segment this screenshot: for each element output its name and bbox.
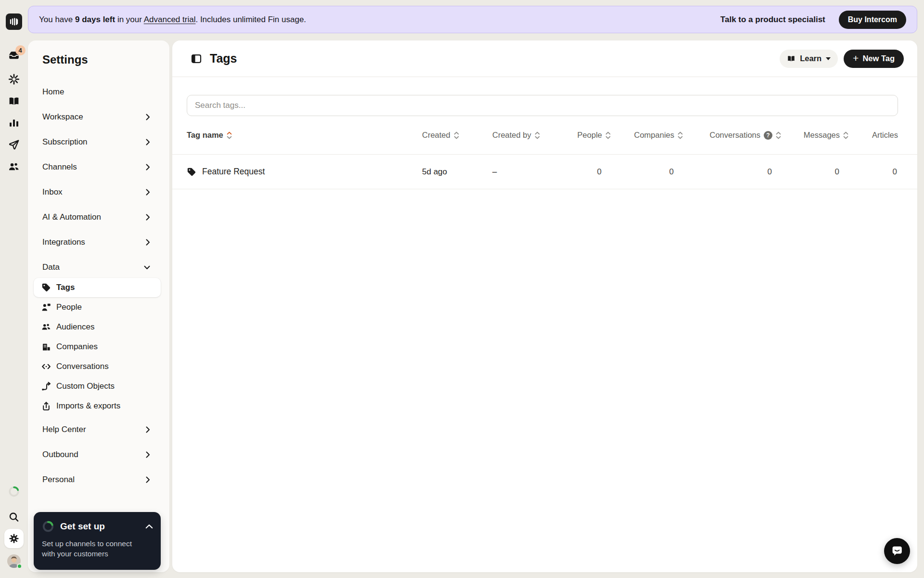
sidebar-item-conversations[interactable]: Conversations xyxy=(34,357,161,376)
sidebar-item-ai-automation[interactable]: AI & Automation xyxy=(34,208,161,227)
sidebar-item-imports-exports[interactable]: Imports & exports xyxy=(34,396,161,416)
page-title: Tags xyxy=(210,52,237,66)
contacts-nav-button[interactable] xyxy=(8,161,20,173)
search-icon xyxy=(8,511,20,523)
app-icon-rail: 4 xyxy=(0,0,27,578)
building-icon xyxy=(41,342,51,352)
outbound-nav-button[interactable] xyxy=(8,139,20,151)
sidebar-item-workspace[interactable]: Workspace xyxy=(34,107,161,127)
column-header-articles[interactable]: Articles xyxy=(848,131,898,140)
advanced-trial-link[interactable]: Advanced trial xyxy=(144,15,196,24)
bar-chart-icon xyxy=(8,117,20,129)
sidebar-item-integrations[interactable]: Integrations xyxy=(34,233,161,252)
cell-created-by: – xyxy=(492,167,553,177)
knowledge-nav-button[interactable] xyxy=(8,95,20,107)
sort-icon xyxy=(535,131,540,139)
column-header-conversations[interactable]: Conversations ? xyxy=(683,131,781,140)
setup-progress-icon xyxy=(42,520,54,533)
column-header-companies[interactable]: Companies xyxy=(611,131,683,140)
sort-icon xyxy=(454,131,459,139)
table-row[interactable]: Feature Request 5d ago – 0 0 0 0 0 xyxy=(172,155,917,189)
fin-ai-nav-button[interactable] xyxy=(8,73,20,85)
chevron-right-icon xyxy=(146,164,150,171)
sidebar-item-inbox[interactable]: Inbox xyxy=(34,183,161,202)
sidebar-item-channels[interactable]: Channels xyxy=(34,158,161,177)
setup-progress-button[interactable] xyxy=(8,486,20,498)
custom-objects-icon xyxy=(41,381,51,391)
inbox-badge: 4 xyxy=(15,45,26,55)
sidebar-item-audiences[interactable]: Audiences xyxy=(34,317,161,337)
nav-spacer xyxy=(34,416,161,420)
chevron-up-icon[interactable] xyxy=(145,524,153,529)
chevron-right-icon xyxy=(146,239,150,246)
chevron-right-icon xyxy=(146,451,150,458)
sidebar-item-personal[interactable]: Personal xyxy=(34,470,161,489)
sort-icon xyxy=(678,131,683,139)
book-icon xyxy=(8,95,20,107)
tag-name: Feature Request xyxy=(202,167,265,177)
cell-people: 0 xyxy=(553,167,611,177)
sidebar-item-tags[interactable]: Tags xyxy=(34,278,161,297)
sidebar-item-help-center[interactable]: Help Center xyxy=(34,420,161,439)
sort-icon xyxy=(843,131,848,139)
account-avatar[interactable] xyxy=(7,554,21,568)
paper-plane-icon xyxy=(8,139,20,151)
tags-header: Tags Learn + New Tag xyxy=(172,40,917,77)
sort-icon xyxy=(776,131,781,139)
book-icon xyxy=(787,54,796,63)
sidebar-item-people[interactable]: People xyxy=(34,298,161,317)
person-card-icon xyxy=(41,302,51,312)
column-header-created-by[interactable]: Created by xyxy=(492,131,553,140)
learn-button[interactable]: Learn xyxy=(780,50,838,68)
sidebar-title: Settings xyxy=(42,50,169,69)
help-icon[interactable]: ? xyxy=(764,131,772,140)
intercom-logo[interactable] xyxy=(6,13,22,30)
sidebar-item-outbound[interactable]: Outbound xyxy=(34,445,161,464)
people-icon xyxy=(8,161,20,173)
conversations-icon xyxy=(41,362,51,371)
chevron-right-icon xyxy=(146,189,150,196)
get-set-up-card[interactable]: Get set up Set up channels to connect wi… xyxy=(34,512,161,570)
sort-icon-active xyxy=(227,131,232,139)
tag-icon xyxy=(41,283,51,292)
settings-nav-button[interactable] xyxy=(4,529,24,548)
chevron-right-icon xyxy=(146,139,150,145)
cell-conversations: 0 xyxy=(683,167,781,177)
trial-text: You have 9 days left in your Advanced tr… xyxy=(39,15,306,25)
audiences-icon xyxy=(41,322,51,332)
chevron-right-icon xyxy=(146,114,150,120)
online-status-dot xyxy=(17,564,22,569)
get-set-up-title: Get set up xyxy=(60,521,140,532)
cell-articles: 0 xyxy=(848,167,898,177)
search-tags-input[interactable] xyxy=(187,95,898,116)
search-nav-button[interactable] xyxy=(8,511,20,523)
inbox-nav-button[interactable]: 4 xyxy=(8,50,20,62)
sidebar-item-custom-objects[interactable]: Custom Objects xyxy=(34,377,161,396)
column-header-tag-name[interactable]: Tag name xyxy=(187,131,422,140)
sort-icon xyxy=(605,131,611,139)
chat-bubble-icon xyxy=(890,544,904,558)
sidebar-item-subscription[interactable]: Subscription xyxy=(34,132,161,152)
column-header-messages[interactable]: Messages xyxy=(781,131,848,140)
data-sub-nav: Tags People xyxy=(34,278,161,416)
sidebar-item-companies[interactable]: Companies xyxy=(34,337,161,356)
column-header-created[interactable]: Created xyxy=(422,131,492,140)
talk-to-specialist-link[interactable]: Talk to a product specialist xyxy=(720,15,825,25)
sidebar-item-home[interactable]: Home xyxy=(34,82,161,102)
column-header-people[interactable]: People xyxy=(553,131,611,140)
collapse-sidebar-icon[interactable] xyxy=(191,53,202,64)
intercom-logo-icon xyxy=(9,16,19,27)
new-tag-button[interactable]: + New Tag xyxy=(844,50,904,68)
intercom-messenger-launcher[interactable] xyxy=(884,538,910,564)
buy-intercom-button[interactable]: Buy Intercom xyxy=(839,11,906,29)
plus-icon: + xyxy=(853,53,859,63)
tag-icon xyxy=(187,167,196,177)
chevron-right-icon xyxy=(146,476,150,483)
table-header-row: Tag name Created Created by People xyxy=(172,116,917,155)
sidebar-item-data[interactable]: Data xyxy=(34,258,161,277)
setup-progress-icon xyxy=(8,486,20,498)
fin-ai-icon xyxy=(8,73,20,85)
reports-nav-button[interactable] xyxy=(8,117,20,129)
gear-icon xyxy=(9,533,19,544)
cell-companies: 0 xyxy=(611,167,683,177)
